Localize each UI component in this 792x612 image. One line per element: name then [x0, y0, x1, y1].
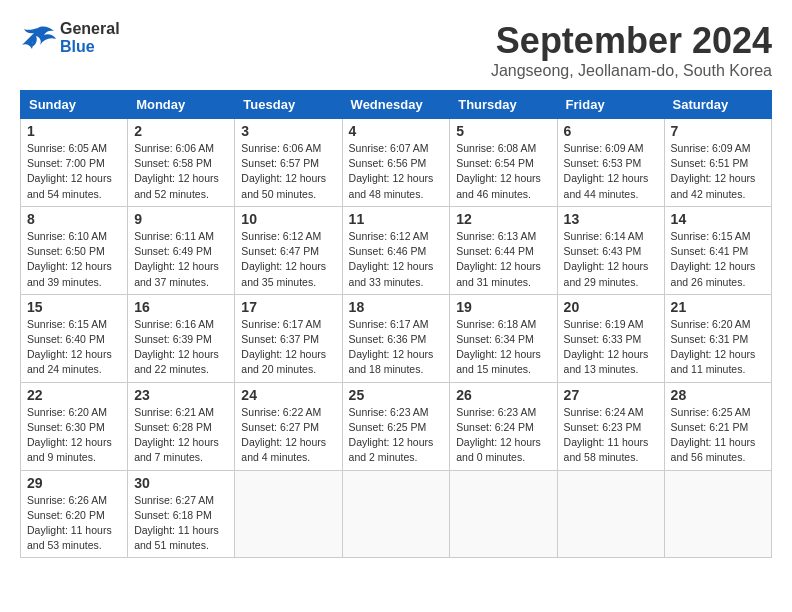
day-info: Sunrise: 6:25 AM Sunset: 6:21 PM Dayligh…	[671, 405, 765, 466]
calendar-cell: 14 Sunrise: 6:15 AM Sunset: 6:41 PM Dayl…	[664, 206, 771, 294]
day-header-thursday: Thursday	[450, 91, 557, 119]
location-title: Jangseong, Jeollanam-do, South Korea	[491, 62, 772, 80]
day-number: 29	[27, 475, 121, 491]
calendar-cell: 18 Sunrise: 6:17 AM Sunset: 6:36 PM Dayl…	[342, 294, 450, 382]
calendar-cell: 8 Sunrise: 6:10 AM Sunset: 6:50 PM Dayli…	[21, 206, 128, 294]
calendar-header: SundayMondayTuesdayWednesdayThursdayFrid…	[21, 91, 772, 119]
day-info: Sunrise: 6:17 AM Sunset: 6:36 PM Dayligh…	[349, 317, 444, 378]
day-info: Sunrise: 6:05 AM Sunset: 7:00 PM Dayligh…	[27, 141, 121, 202]
day-number: 9	[134, 211, 228, 227]
calendar-week-4: 22 Sunrise: 6:20 AM Sunset: 6:30 PM Dayl…	[21, 382, 772, 470]
day-info: Sunrise: 6:20 AM Sunset: 6:30 PM Dayligh…	[27, 405, 121, 466]
day-number: 15	[27, 299, 121, 315]
day-number: 14	[671, 211, 765, 227]
day-header-sunday: Sunday	[21, 91, 128, 119]
day-info: Sunrise: 6:09 AM Sunset: 6:53 PM Dayligh…	[564, 141, 658, 202]
day-header-friday: Friday	[557, 91, 664, 119]
calendar-cell: 9 Sunrise: 6:11 AM Sunset: 6:49 PM Dayli…	[128, 206, 235, 294]
day-info: Sunrise: 6:19 AM Sunset: 6:33 PM Dayligh…	[564, 317, 658, 378]
calendar-cell: 21 Sunrise: 6:20 AM Sunset: 6:31 PM Dayl…	[664, 294, 771, 382]
day-info: Sunrise: 6:06 AM Sunset: 6:57 PM Dayligh…	[241, 141, 335, 202]
day-number: 6	[564, 123, 658, 139]
day-number: 3	[241, 123, 335, 139]
calendar-cell: 24 Sunrise: 6:22 AM Sunset: 6:27 PM Dayl…	[235, 382, 342, 470]
title-section: September 2024 Jangseong, Jeollanam-do, …	[491, 20, 772, 80]
day-number: 27	[564, 387, 658, 403]
day-number: 4	[349, 123, 444, 139]
calendar-week-5: 29 Sunrise: 6:26 AM Sunset: 6:20 PM Dayl…	[21, 470, 772, 558]
calendar-cell: 3 Sunrise: 6:06 AM Sunset: 6:57 PM Dayli…	[235, 119, 342, 207]
logo: General Blue	[20, 20, 120, 55]
calendar-cell: 6 Sunrise: 6:09 AM Sunset: 6:53 PM Dayli…	[557, 119, 664, 207]
day-header-tuesday: Tuesday	[235, 91, 342, 119]
calendar-cell: 25 Sunrise: 6:23 AM Sunset: 6:25 PM Dayl…	[342, 382, 450, 470]
calendar-cell: 29 Sunrise: 6:26 AM Sunset: 6:20 PM Dayl…	[21, 470, 128, 558]
day-info: Sunrise: 6:24 AM Sunset: 6:23 PM Dayligh…	[564, 405, 658, 466]
day-info: Sunrise: 6:23 AM Sunset: 6:25 PM Dayligh…	[349, 405, 444, 466]
month-title: September 2024	[491, 20, 772, 62]
day-number: 11	[349, 211, 444, 227]
calendar-cell: 23 Sunrise: 6:21 AM Sunset: 6:28 PM Dayl…	[128, 382, 235, 470]
day-info: Sunrise: 6:15 AM Sunset: 6:41 PM Dayligh…	[671, 229, 765, 290]
day-number: 10	[241, 211, 335, 227]
day-header-saturday: Saturday	[664, 91, 771, 119]
calendar-cell: 26 Sunrise: 6:23 AM Sunset: 6:24 PM Dayl…	[450, 382, 557, 470]
day-info: Sunrise: 6:20 AM Sunset: 6:31 PM Dayligh…	[671, 317, 765, 378]
calendar-cell: 16 Sunrise: 6:16 AM Sunset: 6:39 PM Dayl…	[128, 294, 235, 382]
day-number: 28	[671, 387, 765, 403]
day-number: 2	[134, 123, 228, 139]
day-info: Sunrise: 6:17 AM Sunset: 6:37 PM Dayligh…	[241, 317, 335, 378]
day-number: 13	[564, 211, 658, 227]
day-number: 18	[349, 299, 444, 315]
day-number: 12	[456, 211, 550, 227]
day-info: Sunrise: 6:12 AM Sunset: 6:47 PM Dayligh…	[241, 229, 335, 290]
calendar-cell: 12 Sunrise: 6:13 AM Sunset: 6:44 PM Dayl…	[450, 206, 557, 294]
calendar-cell: 17 Sunrise: 6:17 AM Sunset: 6:37 PM Dayl…	[235, 294, 342, 382]
calendar-cell: 4 Sunrise: 6:07 AM Sunset: 6:56 PM Dayli…	[342, 119, 450, 207]
calendar-cell: 13 Sunrise: 6:14 AM Sunset: 6:43 PM Dayl…	[557, 206, 664, 294]
calendar-week-2: 8 Sunrise: 6:10 AM Sunset: 6:50 PM Dayli…	[21, 206, 772, 294]
calendar-cell: 1 Sunrise: 6:05 AM Sunset: 7:00 PM Dayli…	[21, 119, 128, 207]
calendar-cell: 11 Sunrise: 6:12 AM Sunset: 6:46 PM Dayl…	[342, 206, 450, 294]
logo-icon	[20, 23, 56, 53]
day-number: 20	[564, 299, 658, 315]
day-header-wednesday: Wednesday	[342, 91, 450, 119]
day-number: 25	[349, 387, 444, 403]
calendar-cell: 2 Sunrise: 6:06 AM Sunset: 6:58 PM Dayli…	[128, 119, 235, 207]
calendar-cell: 28 Sunrise: 6:25 AM Sunset: 6:21 PM Dayl…	[664, 382, 771, 470]
day-number: 8	[27, 211, 121, 227]
calendar-cell: 7 Sunrise: 6:09 AM Sunset: 6:51 PM Dayli…	[664, 119, 771, 207]
day-info: Sunrise: 6:15 AM Sunset: 6:40 PM Dayligh…	[27, 317, 121, 378]
day-info: Sunrise: 6:21 AM Sunset: 6:28 PM Dayligh…	[134, 405, 228, 466]
day-number: 7	[671, 123, 765, 139]
day-number: 24	[241, 387, 335, 403]
day-info: Sunrise: 6:27 AM Sunset: 6:18 PM Dayligh…	[134, 493, 228, 554]
day-info: Sunrise: 6:08 AM Sunset: 6:54 PM Dayligh…	[456, 141, 550, 202]
logo-text-line2: Blue	[60, 38, 120, 56]
day-info: Sunrise: 6:26 AM Sunset: 6:20 PM Dayligh…	[27, 493, 121, 554]
day-number: 23	[134, 387, 228, 403]
day-number: 22	[27, 387, 121, 403]
calendar-cell: 20 Sunrise: 6:19 AM Sunset: 6:33 PM Dayl…	[557, 294, 664, 382]
day-info: Sunrise: 6:22 AM Sunset: 6:27 PM Dayligh…	[241, 405, 335, 466]
calendar-cell	[664, 470, 771, 558]
calendar-week-3: 15 Sunrise: 6:15 AM Sunset: 6:40 PM Dayl…	[21, 294, 772, 382]
day-info: Sunrise: 6:13 AM Sunset: 6:44 PM Dayligh…	[456, 229, 550, 290]
day-info: Sunrise: 6:18 AM Sunset: 6:34 PM Dayligh…	[456, 317, 550, 378]
calendar-cell: 15 Sunrise: 6:15 AM Sunset: 6:40 PM Dayl…	[21, 294, 128, 382]
day-number: 5	[456, 123, 550, 139]
day-info: Sunrise: 6:09 AM Sunset: 6:51 PM Dayligh…	[671, 141, 765, 202]
calendar-week-1: 1 Sunrise: 6:05 AM Sunset: 7:00 PM Dayli…	[21, 119, 772, 207]
calendar-cell: 10 Sunrise: 6:12 AM Sunset: 6:47 PM Dayl…	[235, 206, 342, 294]
day-header-monday: Monday	[128, 91, 235, 119]
calendar-cell	[342, 470, 450, 558]
calendar-cell	[450, 470, 557, 558]
day-info: Sunrise: 6:23 AM Sunset: 6:24 PM Dayligh…	[456, 405, 550, 466]
calendar-cell: 5 Sunrise: 6:08 AM Sunset: 6:54 PM Dayli…	[450, 119, 557, 207]
day-info: Sunrise: 6:14 AM Sunset: 6:43 PM Dayligh…	[564, 229, 658, 290]
calendar-cell	[557, 470, 664, 558]
calendar: SundayMondayTuesdayWednesdayThursdayFrid…	[20, 90, 772, 558]
calendar-cell: 22 Sunrise: 6:20 AM Sunset: 6:30 PM Dayl…	[21, 382, 128, 470]
logo-text-line1: General	[60, 20, 120, 38]
day-number: 17	[241, 299, 335, 315]
